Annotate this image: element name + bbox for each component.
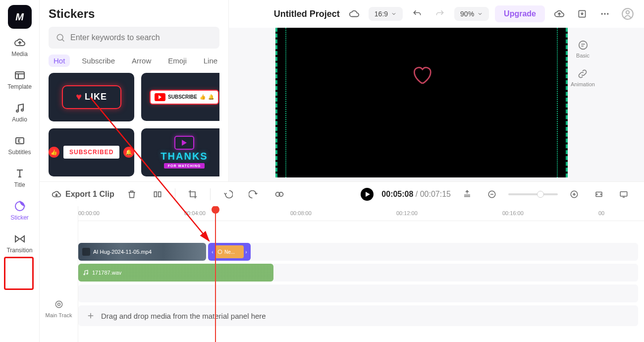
template-icon	[14, 69, 26, 81]
drop-area[interactable]: Drag and drop media from the material pa…	[78, 305, 638, 326]
svg-point-11	[626, 11, 630, 14]
prop-basic[interactable]: Basic	[576, 40, 590, 58]
nav-audio[interactable]: Audio	[5, 98, 35, 127]
video-clip[interactable]: AI Hug-2024-11-05.mp4	[78, 243, 206, 261]
nav-sticker-label: Sticker	[10, 214, 29, 221]
target-icon	[54, 299, 64, 309]
sticker-like[interactable]: ♥LIKE	[49, 73, 134, 121]
chevron-down-icon	[477, 11, 483, 17]
video-track-row[interactable]: AI Hug-2024-11-05.mp4 ‹ Ne... ›	[78, 243, 638, 261]
timeline: Main Track 00:00:00 00:04:00 00:08:00 00…	[40, 206, 644, 342]
split-button[interactable]	[149, 186, 166, 203]
nav-template-label: Template	[7, 83, 32, 90]
nav-sticker[interactable]: Sticker	[5, 196, 35, 225]
clip-handle-left[interactable]: ‹	[210, 249, 215, 255]
sticker-subscribe[interactable]: SUBSCRIBE👍🔔	[141, 73, 219, 121]
time-display: 00:05:08 / 00:07:15	[381, 190, 451, 199]
nav-transition[interactable]: Transition	[5, 229, 35, 258]
aspect-ratio-select[interactable]: 16:9	[369, 7, 403, 21]
heart-sticker-preview[interactable]	[411, 64, 432, 88]
nav-subtitles[interactable]: Subtitles	[5, 131, 35, 160]
project-title[interactable]: Untitled Project	[274, 9, 340, 19]
left-nav: M Media Template Audio Subtitles Title S…	[0, 0, 40, 342]
cat-emoji[interactable]: Emoji	[163, 55, 192, 67]
heart-icon: ♥	[76, 91, 82, 103]
playhead[interactable]	[215, 206, 216, 342]
cloud-upload-icon	[14, 37, 26, 49]
svg-point-24	[84, 274, 85, 275]
download-icon[interactable]	[574, 5, 590, 22]
redo-button[interactable]	[431, 5, 448, 22]
nav-audio-label: Audio	[12, 116, 27, 123]
sticker-thanks[interactable]: THANKSFOR WATCHING	[141, 128, 219, 176]
svg-point-2	[21, 109, 23, 111]
svg-rect-14	[158, 192, 161, 197]
nav-subtitles-label: Subtitles	[8, 149, 31, 156]
zoom-out-button[interactable]	[483, 186, 500, 203]
cat-arrow[interactable]: Arrow	[127, 55, 156, 67]
fullscreen-button[interactable]	[615, 186, 632, 203]
cat-hot[interactable]: Hot	[49, 55, 70, 67]
bell-icon: 🔔	[123, 147, 134, 158]
svg-point-9	[607, 13, 608, 14]
avatar[interactable]	[619, 5, 636, 22]
svg-point-8	[604, 13, 605, 14]
svg-point-7	[601, 13, 603, 14]
panel-title: Stickers	[49, 7, 219, 21]
zoom-select[interactable]: 90%	[454, 7, 489, 21]
sticker-small-icon	[217, 249, 223, 255]
youtube-play-icon	[155, 93, 165, 101]
cloud-save-icon[interactable]	[346, 5, 363, 22]
fit-button[interactable]	[590, 186, 607, 203]
chevron-down-icon	[391, 11, 397, 17]
zoom-in-button[interactable]	[566, 186, 583, 203]
upgrade-button[interactable]: Upgrade	[495, 5, 545, 22]
svg-rect-0	[15, 72, 24, 79]
cat-subscribe[interactable]: Subscribe	[77, 55, 120, 67]
nav-title[interactable]: Title	[5, 164, 35, 192]
svg-point-23	[218, 250, 222, 254]
sticker-clip[interactable]: ‹ Ne... ›	[208, 243, 251, 261]
mirror-button[interactable]	[271, 186, 288, 203]
music-icon	[14, 102, 26, 114]
tracks-area[interactable]: 00:00:00 00:04:00 00:08:00 00:12:00 00:1…	[78, 206, 644, 342]
properties-panel: Basic Animation	[568, 28, 597, 87]
delete-button[interactable]	[123, 186, 140, 203]
time-ruler[interactable]: 00:00:00 00:04:00 00:08:00 00:12:00 00:1…	[78, 206, 644, 221]
music-small-icon	[82, 269, 89, 276]
nav-media-label: Media	[11, 51, 28, 57]
zoom-slider[interactable]	[508, 193, 558, 195]
play-button[interactable]	[361, 188, 374, 201]
audio-track-row[interactable]: 171787.wav	[78, 264, 638, 282]
crop-button[interactable]	[184, 186, 201, 203]
sliders-icon	[578, 40, 589, 51]
search-box[interactable]	[49, 27, 219, 49]
sticker-subscribed[interactable]: 👍SUBSCRIBED🔔	[49, 128, 134, 177]
transition-icon	[14, 233, 26, 245]
svg-rect-13	[154, 192, 157, 197]
nav-template[interactable]: Template	[5, 65, 35, 94]
svg-point-5	[57, 34, 63, 40]
export-clip-button[interactable]: Export 1 Clip	[52, 189, 114, 199]
track-labels: Main Track	[40, 206, 78, 342]
preview-area: Basic Animation	[229, 28, 644, 181]
undo-button[interactable]	[409, 5, 426, 22]
canvas[interactable]	[275, 28, 568, 177]
svg-point-22	[57, 303, 60, 306]
svg-point-12	[579, 41, 587, 50]
safezone-inner	[285, 28, 558, 177]
cat-line[interactable]: Line	[199, 55, 219, 67]
thumbs-up-icon: 👍	[49, 147, 59, 158]
rotate-left-button[interactable]	[219, 186, 236, 203]
marker-button[interactable]	[459, 186, 476, 203]
empty-track-row[interactable]	[78, 285, 638, 302]
search-input[interactable]	[70, 33, 213, 42]
rotate-right-button[interactable]	[245, 186, 262, 203]
link-icon	[577, 68, 588, 79]
clip-handle-right[interactable]: ›	[244, 249, 249, 255]
nav-media[interactable]: Media	[5, 33, 35, 61]
prop-animation[interactable]: Animation	[571, 68, 595, 87]
more-icon[interactable]	[596, 5, 613, 22]
audio-clip[interactable]: 171787.wav	[78, 264, 273, 282]
export-cloud-icon[interactable]	[551, 5, 568, 22]
